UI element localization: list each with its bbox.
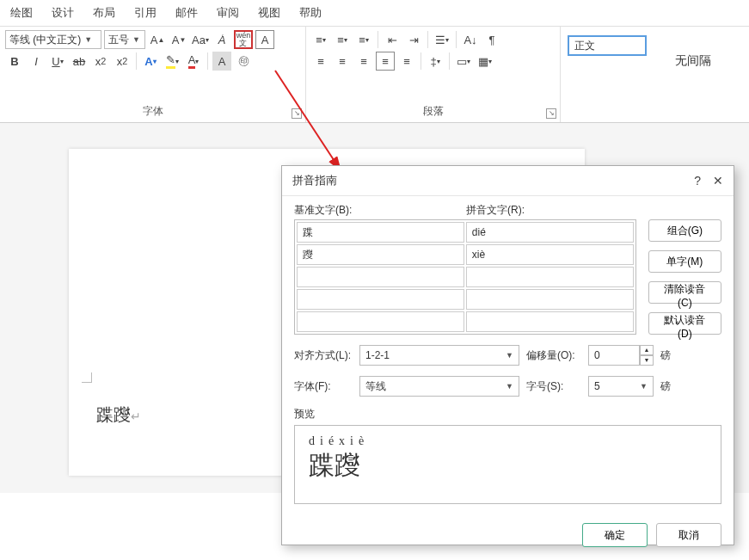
menu-layout[interactable]: 布局	[93, 5, 115, 21]
single-char-button[interactable]: 单字(M)	[648, 250, 721, 273]
subscript-button[interactable]: x2	[91, 52, 110, 71]
clear-reading-button[interactable]: 清除读音(C)	[648, 281, 721, 304]
cancel-button[interactable]: 取消	[656, 523, 721, 547]
enclose-chars-button[interactable]: ㊞	[234, 52, 253, 71]
align-center-button[interactable]: ≡	[333, 52, 352, 71]
bold-button[interactable]: B	[5, 52, 24, 71]
grow-font-button[interactable]: A▲	[148, 30, 167, 49]
base-cell[interactable]	[297, 311, 464, 332]
bullets-button[interactable]: ≡▾	[311, 30, 330, 49]
indent-decrease-button[interactable]: ⇤	[383, 30, 402, 49]
menu-view[interactable]: 视图	[258, 5, 280, 21]
ruby-cell[interactable]	[466, 267, 634, 287]
style-body-text[interactable]: 正文	[568, 35, 647, 56]
base-cell[interactable]	[297, 289, 464, 310]
size-unit: 磅	[660, 379, 671, 394]
menu-mail[interactable]: 邮件	[175, 5, 198, 21]
ok-button[interactable]: 确定	[582, 523, 648, 547]
chevron-down-icon: ▼	[640, 382, 648, 391]
align-left-button[interactable]: ≡	[311, 52, 330, 71]
ribbon: 等线 (中文正文)▼ 五号▼ A▲ A▼ Aa▾ Aͬ wén文 A B I U…	[0, 27, 749, 123]
offset-label: 偏移量(O):	[526, 348, 581, 363]
font-value: 等线	[365, 379, 386, 394]
font-name-combo[interactable]: 等线 (中文正文)▼	[5, 30, 101, 49]
ltr-button[interactable]: ☰▾	[433, 30, 451, 49]
margin-marker	[82, 372, 92, 383]
align-right-button[interactable]: ≡	[354, 52, 373, 71]
justify-button[interactable]: ≡	[376, 52, 395, 71]
menu-design[interactable]: 设计	[52, 5, 74, 21]
default-reading-button[interactable]: 默认读音(D)	[648, 312, 721, 335]
dialog-title: 拼音指南	[292, 173, 337, 188]
combine-button[interactable]: 组合(G)	[648, 219, 721, 242]
alignment-value: 1-2-1	[365, 349, 390, 361]
offset-unit: 磅	[660, 348, 671, 363]
phonetic-table: 蹀dié 躞xiè	[294, 219, 636, 335]
help-button[interactable]: ?	[694, 174, 701, 188]
superscript-button[interactable]: x2	[113, 52, 132, 71]
dialog-titlebar: 拼音指南 ? ✕	[282, 166, 734, 196]
preview-base: 蹀躞	[309, 448, 707, 483]
ruby-cell[interactable]: dié	[466, 222, 634, 243]
char-border-button[interactable]: A	[255, 30, 274, 49]
sort-button[interactable]: A↓	[461, 30, 480, 49]
menu-drawing[interactable]: 绘图	[10, 5, 33, 21]
spin-down-icon[interactable]: ▼	[640, 355, 654, 366]
ribbon-group-paragraph: ≡▾ ≡▾ ≡▾ ⇤ ⇥ ☰▾ A↓ ¶ ≡ ≡ ≡ ≡ ≡ ‡▾ ▭▾ ▦▾ …	[306, 27, 561, 122]
font-name-value: 等线 (中文正文)	[9, 33, 81, 47]
preview-box: diéxiè 蹀躞	[294, 425, 721, 504]
clear-format-button[interactable]: Aͬ	[212, 30, 231, 49]
ruby-cell[interactable]: xiè	[466, 244, 634, 265]
style-gallery: 正文 无间隔	[561, 27, 740, 122]
table-row	[297, 311, 634, 332]
size-value: 5	[594, 380, 600, 392]
close-button[interactable]: ✕	[713, 174, 723, 188]
spin-up-icon[interactable]: ▲	[640, 345, 654, 355]
phonetic-guide-button[interactable]: wén文	[234, 30, 253, 49]
menu-review[interactable]: 审阅	[217, 5, 239, 21]
multilevel-button[interactable]: ≡▾	[354, 30, 373, 49]
menubar: 绘图 设计 布局 引用 邮件 审阅 视图 帮助	[0, 0, 749, 27]
font-select[interactable]: 等线▼	[359, 376, 519, 397]
shrink-font-button[interactable]: A▼	[169, 30, 188, 49]
font-color-button[interactable]: A▾	[184, 52, 203, 71]
line-spacing-button[interactable]: ‡▾	[426, 52, 445, 71]
strike-button[interactable]: ab	[70, 52, 89, 71]
menu-references[interactable]: 引用	[134, 5, 157, 21]
numbering-button[interactable]: ≡▾	[333, 30, 352, 49]
table-row	[297, 267, 634, 287]
underline-button[interactable]: U▾	[48, 52, 67, 71]
ruby-cell[interactable]	[466, 289, 634, 310]
style-no-spacing[interactable]: 无间隔	[654, 35, 733, 87]
shading-button[interactable]: ▭▾	[454, 52, 473, 71]
base-cell[interactable]: 躞	[297, 244, 464, 265]
offset-spinner[interactable]: 0 ▲▼	[588, 345, 654, 366]
indent-increase-button[interactable]: ⇥	[404, 30, 423, 49]
table-row: 蹀dié	[297, 222, 634, 243]
show-marks-button[interactable]: ¶	[482, 30, 501, 49]
base-cell[interactable]: 蹀	[297, 222, 464, 243]
base-cell[interactable]	[297, 267, 464, 287]
alignment-select[interactable]: 1-2-1▼	[359, 345, 519, 366]
font-dialog-launcher[interactable]: ↘	[292, 108, 302, 119]
ruby-cell[interactable]	[466, 311, 634, 332]
text-content: 蹀躞	[96, 405, 131, 424]
borders-button[interactable]: ▦▾	[476, 52, 494, 71]
table-row: 躞xiè	[297, 244, 634, 265]
text-effects-button[interactable]: A▾	[141, 52, 160, 71]
highlight-button[interactable]: ✎▾	[163, 52, 181, 71]
size-select[interactable]: 5▼	[588, 376, 654, 397]
distribute-button[interactable]: ≡	[397, 52, 416, 71]
document-text[interactable]: 蹀躞↵	[96, 403, 141, 427]
paragraph-dialog-launcher[interactable]: ↘	[546, 108, 556, 119]
change-case-button[interactable]: Aa▾	[191, 30, 210, 49]
menu-help[interactable]: 帮助	[299, 5, 322, 21]
font-size-combo[interactable]: 五号▼	[104, 30, 145, 49]
font-label: 字体(F):	[294, 379, 353, 394]
font-size-value: 五号	[108, 33, 129, 47]
offset-value[interactable]: 0	[588, 345, 640, 366]
table-row	[297, 289, 634, 310]
alignment-label: 对齐方式(L):	[294, 348, 353, 363]
italic-button[interactable]: I	[27, 52, 46, 71]
char-shading-button[interactable]: A	[212, 52, 231, 71]
